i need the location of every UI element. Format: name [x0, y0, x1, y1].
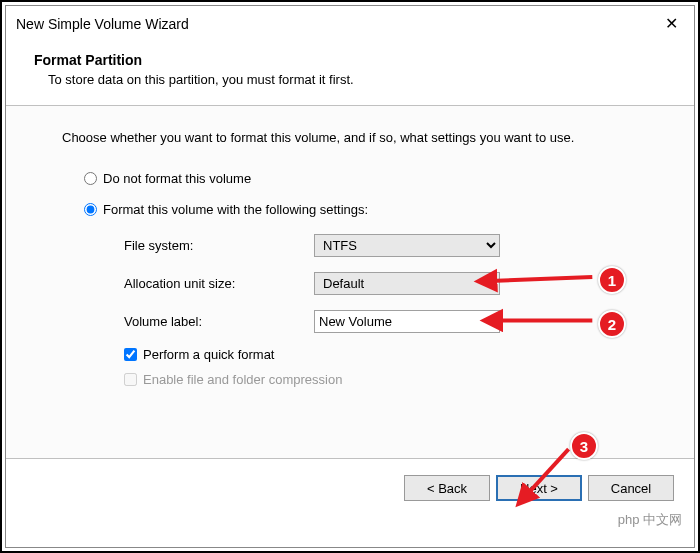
compression-label: Enable file and folder compression	[143, 372, 342, 387]
radio-format[interactable]: Format this volume with the following se…	[84, 202, 666, 217]
wizard-body: Choose whether you want to format this v…	[6, 106, 694, 459]
next-button[interactable]: Next >	[496, 475, 582, 501]
volume-label-input[interactable]	[314, 310, 500, 333]
allocation-unit-label: Allocation unit size:	[124, 276, 314, 291]
intro-text: Choose whether you want to format this v…	[62, 130, 666, 145]
cancel-button[interactable]: Cancel	[588, 475, 674, 501]
title-bar: New Simple Volume Wizard ✕	[6, 6, 694, 42]
annotation-badge-3: 3	[570, 432, 598, 460]
quick-format-check[interactable]: Perform a quick format	[124, 347, 666, 362]
radio-format-input[interactable]	[84, 203, 97, 216]
file-system-label: File system:	[124, 238, 314, 253]
close-icon[interactable]: ✕	[657, 12, 686, 36]
compression-checkbox	[124, 373, 137, 386]
back-button[interactable]: < Back	[404, 475, 490, 501]
allocation-unit-select[interactable]: Default	[314, 272, 500, 295]
page-subtitle: To store data on this partition, you mus…	[48, 72, 674, 87]
compression-check: Enable file and folder compression	[124, 372, 666, 387]
wizard-header: Format Partition To store data on this p…	[6, 42, 694, 106]
annotation-badge-2: 2	[598, 310, 626, 338]
radio-no-format[interactable]: Do not format this volume	[84, 171, 666, 186]
quick-format-checkbox[interactable]	[124, 348, 137, 361]
annotation-badge-1: 1	[598, 266, 626, 294]
radio-format-label: Format this volume with the following se…	[103, 202, 368, 217]
radio-no-format-label: Do not format this volume	[103, 171, 251, 186]
volume-label-label: Volume label:	[124, 314, 314, 329]
file-system-select[interactable]: NTFS	[314, 234, 500, 257]
window-title: New Simple Volume Wizard	[16, 16, 189, 32]
watermark-text: php 中文网	[618, 511, 682, 529]
radio-no-format-input[interactable]	[84, 172, 97, 185]
page-title: Format Partition	[34, 52, 674, 68]
quick-format-label: Perform a quick format	[143, 347, 275, 362]
wizard-footer: < Back Next > Cancel	[6, 459, 694, 517]
